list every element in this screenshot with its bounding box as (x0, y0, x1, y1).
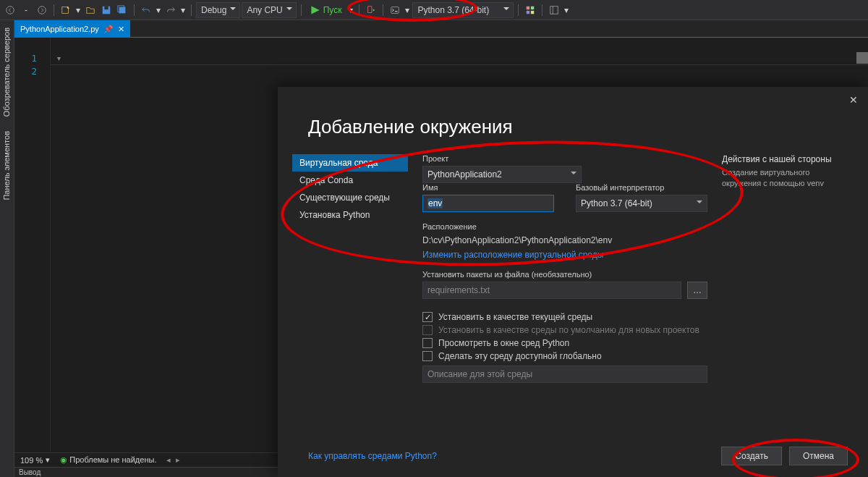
run-button[interactable]: Пуск (306, 2, 346, 18)
dialog-close-icon[interactable]: ✕ (849, 94, 858, 106)
new-project-icon[interactable] (59, 2, 73, 18)
nav-back-icon[interactable] (3, 2, 17, 18)
checkbox-icon[interactable] (422, 351, 433, 361)
change-location-link[interactable]: Изменить расположение виртуальной среды (422, 250, 707, 260)
svg-rect-9 (527, 6, 529, 9)
create-button[interactable]: Создать (721, 447, 782, 465)
layout-customize-icon[interactable]: ▾ (563, 5, 570, 15)
svg-rect-12 (531, 10, 534, 13)
nav-forward-icon[interactable] (35, 2, 49, 18)
checkbox-label: Сделать эту среду доступной глобально (438, 351, 602, 361)
svg-rect-13 (550, 6, 558, 14)
status-problems[interactable]: ◉ Проблемы не найдены. (60, 455, 156, 465)
svg-rect-10 (531, 6, 534, 9)
checkbox-set-default: Установить в качестве среды по умолчанию… (422, 325, 707, 335)
dialog-title: Добавление окружения (278, 87, 868, 154)
nav-separator-icon: - (19, 2, 33, 18)
checkbox-make-global[interactable]: Сделать эту среду доступной глобально (422, 351, 707, 361)
name-label: Имя (422, 183, 554, 192)
nav-conda[interactable]: Среда Conda (292, 172, 408, 189)
checkbox-icon[interactable] (422, 338, 433, 348)
open-icon[interactable] (83, 2, 98, 18)
status-problems-text: Проблемы не найдены. (69, 455, 156, 464)
csharp-interactive-icon[interactable] (388, 2, 402, 18)
location-label: Расположение (422, 222, 707, 231)
toolbar-separator (542, 4, 542, 16)
svg-point-1 (38, 6, 46, 14)
document-tab-well: PythonApplication2.py 📌 ✕ (14, 20, 868, 38)
base-interpreter-select[interactable]: Python 3.7 (64-bit) (576, 195, 707, 212)
editor-breadcrumb[interactable]: ▾ (51, 52, 868, 65)
redo-icon[interactable] (163, 2, 178, 18)
checkbox-label: Установить в качестве среды по умолчанию… (438, 325, 699, 335)
location-value: D:\cv\PythonApplication2\PythonApplicati… (422, 235, 707, 245)
save-icon[interactable] (99, 2, 114, 18)
toolbar-separator (191, 4, 192, 16)
environment-type-nav: Виртуальная среда Среда Conda Существующ… (292, 154, 408, 435)
svg-rect-11 (527, 10, 529, 13)
interactive-dropdown[interactable]: ▾ (404, 5, 411, 15)
toolbox-tab[interactable]: Панель элементов (0, 124, 13, 208)
nav-existing[interactable]: Существующие среды (292, 189, 408, 206)
cancel-button[interactable]: Отмена (789, 447, 848, 465)
undo-dropdown[interactable]: ▾ (155, 5, 162, 15)
description-input[interactable]: Описание для этой среды (422, 366, 707, 383)
checkbox-label: Просмотреть в окне сред Python (438, 338, 569, 348)
configuration-value: Debug (201, 5, 226, 15)
nav-virtualenv[interactable]: Виртуальная среда (292, 154, 408, 172)
run-dropdown[interactable]: ▾ (347, 5, 354, 15)
packages-placeholder: requirements.txt (427, 285, 490, 295)
tab-well-empty (130, 20, 868, 38)
packages-input[interactable]: requirements.txt (422, 282, 681, 299)
toolbar-separator (54, 4, 54, 16)
checkbox-label: Установить в качестве текущей среды (438, 312, 592, 322)
platform-select[interactable]: Any CPU (242, 2, 296, 18)
svg-rect-4 (104, 6, 108, 9)
checkbox-set-current[interactable]: Установить в качестве текущей среды (422, 312, 707, 322)
project-label: Проект (422, 154, 582, 163)
server-explorer-tab[interactable]: Обозреватель серверов (0, 20, 13, 124)
close-icon[interactable]: ✕ (118, 25, 124, 34)
project-select[interactable]: PythonApplication2 (422, 166, 582, 183)
svg-rect-8 (391, 7, 399, 13)
checkbox-icon[interactable] (422, 312, 433, 322)
save-all-icon[interactable] (115, 2, 129, 18)
base-interpreter-label: Базовый интерпретатор (576, 183, 707, 192)
browse-button[interactable]: … (687, 282, 707, 299)
checkbox-icon (422, 325, 433, 335)
add-environment-dialog: ✕ Добавление окружения Виртуальная среда… (278, 87, 868, 477)
interpreter-value: Python 3.7 (64-bit) (417, 5, 489, 15)
run-label: Пуск (323, 5, 342, 15)
checkbox-view-window[interactable]: Просмотреть в окне сред Python (422, 338, 707, 348)
side-note-title: Действия с нашей стороны (722, 154, 845, 164)
environment-form: Проект PythonApplication2 Имя env Базовы… (408, 154, 707, 435)
undo-icon[interactable] (139, 2, 153, 18)
help-link[interactable]: Как управлять средами Python? (308, 451, 437, 461)
toolbar-separator (383, 4, 383, 16)
toolbar-separator (359, 4, 359, 16)
toolbar-separator (301, 4, 302, 16)
new-project-dropdown[interactable]: ▾ (75, 5, 82, 15)
zoom-value: 109 % (20, 456, 43, 465)
interpreter-select[interactable]: Python 3.7 (64-bit) (412, 2, 514, 18)
side-tab-well: Обозреватель серверов Панель элементов (0, 20, 14, 477)
attach-icon[interactable] (364, 2, 378, 18)
zoom-control[interactable]: 109 % ▾ (20, 455, 50, 465)
pin-icon[interactable]: 📌 (103, 25, 114, 34)
project-value: PythonApplication2 (427, 169, 502, 180)
scroll-up-button[interactable] (856, 52, 868, 64)
line-number: 1 (14, 52, 37, 65)
extensions-icon[interactable] (523, 2, 537, 18)
packages-label: Установить пакеты из файла (необязательн… (422, 270, 707, 279)
nav-install-python[interactable]: Установка Python (292, 206, 408, 224)
side-note: Действия с нашей стороны Создание виртуа… (707, 154, 845, 435)
redo-dropdown[interactable]: ▾ (179, 5, 187, 15)
status-nav[interactable]: ◂ ▸ (166, 455, 179, 465)
name-input[interactable]: env (422, 195, 554, 212)
document-tab-active[interactable]: PythonApplication2.py 📌 ✕ (14, 20, 130, 38)
configuration-select[interactable]: Debug (196, 2, 240, 18)
line-number-gutter: 1 2 (14, 38, 51, 460)
side-note-body: Создание виртуального окружения с помощь… (722, 167, 845, 190)
window-layout-icon[interactable] (547, 2, 561, 18)
svg-rect-7 (368, 6, 372, 12)
